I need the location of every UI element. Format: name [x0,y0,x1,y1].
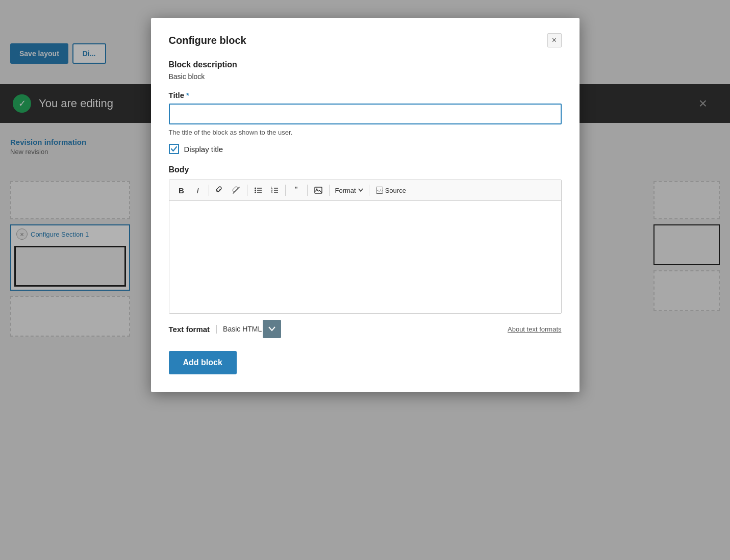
text-format-row: Text format Basic HTML About text format… [169,320,562,338]
ordered-list-button[interactable]: 1. 2. 3. [267,183,282,197]
unordered-list-button[interactable] [251,183,265,197]
editor-toolbar: B I [169,180,561,201]
svg-point-2 [255,190,256,191]
block-description-value: Basic block [169,72,562,81]
svg-rect-13 [315,187,322,193]
about-text-formats-link[interactable]: About text formats [508,325,562,333]
svg-point-1 [255,188,256,189]
title-field-label: Title* [169,91,562,99]
toolbar-divider-2 [247,185,247,196]
svg-line-0 [233,187,239,193]
toolbar-divider-1 [209,185,209,196]
modal-title: Configure block [169,35,246,46]
svg-point-3 [255,192,256,193]
italic-button[interactable]: I [191,183,205,197]
image-button[interactable] [311,183,325,197]
editor-body[interactable] [169,201,561,313]
toolbar-divider-3 [285,185,286,196]
add-block-button[interactable]: Add block [169,351,237,374]
bold-button[interactable]: B [174,183,189,197]
source-button[interactable]: </> Source [373,185,409,196]
svg-text:3.: 3. [271,190,273,193]
title-input[interactable] [169,104,562,124]
block-description-label: Block description [169,60,562,69]
display-title-label: Display title [184,145,223,154]
blockquote-button[interactable]: " [289,183,304,197]
required-star: * [186,91,189,99]
modal-close-button[interactable]: × [547,33,562,47]
body-editor: B I [169,180,562,314]
unlink-button[interactable] [229,183,243,197]
svg-text:</>: </> [377,189,383,193]
link-button[interactable] [213,183,227,197]
title-hint: The title of the block as shown to the u… [169,129,562,136]
toolbar-divider-6 [369,185,369,196]
text-format-chevron-button[interactable] [263,320,281,338]
body-label: Body [169,165,562,174]
format-dropdown-button[interactable]: Format [333,187,365,194]
text-format-label: Text format [169,325,217,334]
toolbar-divider-5 [329,185,330,196]
configure-block-modal: Configure block × Block description Basi… [151,18,580,392]
modal-header: Configure block × [169,33,562,47]
display-title-row: Display title [169,144,562,154]
display-title-checkbox[interactable] [169,144,179,154]
text-format-value[interactable]: Basic HTML [223,325,262,333]
text-format-select-wrapper: Basic HTML [223,320,281,338]
toolbar-divider-4 [307,185,308,196]
